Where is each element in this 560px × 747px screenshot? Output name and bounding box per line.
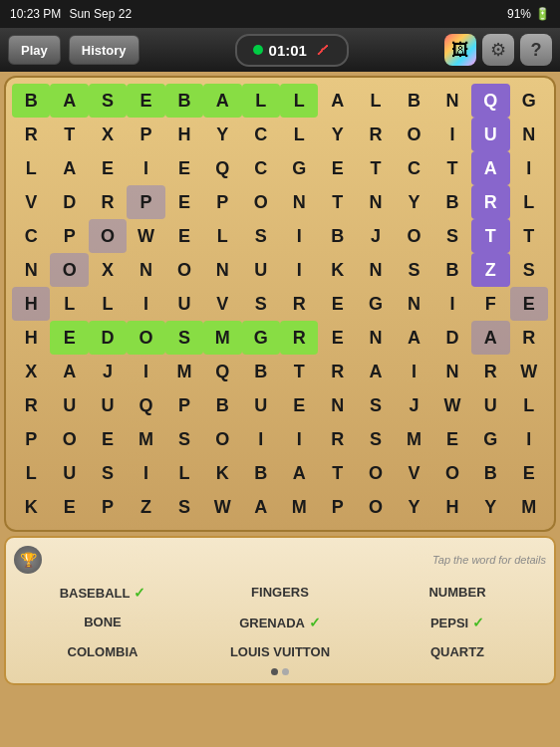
grid-cell[interactable]: N xyxy=(433,84,471,118)
grid-cell[interactable]: R xyxy=(318,355,356,388)
word-item[interactable]: NUMBER xyxy=(369,580,546,606)
grid-cell[interactable]: U xyxy=(471,118,509,151)
grid-cell[interactable]: D xyxy=(89,321,127,355)
grid-cell[interactable]: A xyxy=(50,355,88,388)
grid-cell[interactable]: B xyxy=(318,219,356,253)
word-item[interactable]: BONE xyxy=(14,610,191,635)
grid-cell[interactable]: W xyxy=(203,490,241,524)
grid-cell[interactable]: U xyxy=(165,287,203,321)
grid-cell[interactable]: I xyxy=(280,253,318,287)
grid-cell[interactable]: S xyxy=(357,422,395,456)
grid-cell[interactable]: N xyxy=(127,253,164,287)
grid-cell[interactable]: O xyxy=(357,490,395,524)
grid-cell[interactable]: Y xyxy=(471,490,509,524)
history-button[interactable]: History xyxy=(69,35,140,65)
word-item[interactable]: LOUIS VUITTON xyxy=(191,639,369,664)
grid-cell[interactable]: M xyxy=(127,422,164,456)
grid-cell[interactable]: H xyxy=(12,287,50,321)
grid-cell[interactable]: I xyxy=(127,287,164,321)
grid-cell[interactable]: K xyxy=(318,253,356,287)
grid-cell[interactable]: S xyxy=(433,219,471,253)
grid-cell[interactable]: U xyxy=(242,388,280,422)
grid-cell[interactable]: T xyxy=(318,456,356,490)
grid-cell[interactable]: X xyxy=(89,118,127,151)
grid-cell[interactable]: M xyxy=(280,490,318,524)
grid-cell[interactable]: E xyxy=(318,287,356,321)
grid-cell[interactable]: O xyxy=(165,253,203,287)
grid-cell[interactable]: W xyxy=(510,355,548,388)
grid-cell[interactable]: R xyxy=(280,321,318,355)
grid-cell[interactable]: Y xyxy=(395,185,432,219)
grid-cell[interactable]: Z xyxy=(127,490,164,524)
grid-cell[interactable]: M xyxy=(510,490,548,524)
grid-cell[interactable]: A xyxy=(471,321,509,355)
grid-cell[interactable]: O xyxy=(50,422,88,456)
grid-cell[interactable]: A xyxy=(280,456,318,490)
grid-cell[interactable]: R xyxy=(471,185,509,219)
grid-cell[interactable]: W xyxy=(127,219,164,253)
grid-cell[interactable]: E xyxy=(127,84,164,118)
grid-cell[interactable]: A xyxy=(242,490,280,524)
grid-cell[interactable]: Q xyxy=(203,151,241,185)
grid-cell[interactable]: L xyxy=(50,287,88,321)
grid-cell[interactable]: M xyxy=(165,355,203,388)
help-button[interactable]: ? xyxy=(520,34,552,66)
grid-cell[interactable]: N xyxy=(357,253,395,287)
grid-cell[interactable]: N xyxy=(12,253,50,287)
grid-cell[interactable]: D xyxy=(433,321,471,355)
grid-cell[interactable]: Z xyxy=(471,253,509,287)
grid-cell[interactable]: B xyxy=(242,355,280,388)
grid-cell[interactable]: T xyxy=(280,355,318,388)
grid-cell[interactable]: P xyxy=(203,185,241,219)
grid-cell[interactable]: A xyxy=(203,84,241,118)
grid-cell[interactable]: P xyxy=(50,219,88,253)
grid-cell[interactable]: P xyxy=(89,490,127,524)
grid-cell[interactable]: O xyxy=(242,185,280,219)
grid-cell[interactable]: B xyxy=(433,185,471,219)
grid-cell[interactable]: L xyxy=(12,151,50,185)
grid-cell[interactable]: R xyxy=(318,422,356,456)
word-item[interactable]: FINGERS xyxy=(191,580,369,606)
grid-cell[interactable]: G xyxy=(280,151,318,185)
grid-cell[interactable]: L xyxy=(280,118,318,151)
grid-cell[interactable]: O xyxy=(395,219,432,253)
grid-cell[interactable]: J xyxy=(395,388,432,422)
grid-cell[interactable]: N xyxy=(510,118,548,151)
word-item[interactable]: PEPSI xyxy=(369,610,546,635)
grid-cell[interactable]: U xyxy=(50,388,88,422)
grid-cell[interactable]: L xyxy=(357,84,395,118)
grid-cell[interactable]: S xyxy=(357,388,395,422)
grid-cell[interactable]: A xyxy=(357,355,395,388)
grid-cell[interactable]: L xyxy=(510,185,548,219)
grid-cell[interactable]: U xyxy=(89,388,127,422)
grid-cell[interactable]: A xyxy=(471,151,509,185)
grid-cell[interactable]: I xyxy=(433,118,471,151)
grid-cell[interactable]: E xyxy=(433,422,471,456)
grid-cell[interactable]: B xyxy=(433,253,471,287)
grid-cell[interactable]: C xyxy=(242,151,280,185)
grid-cell[interactable]: S xyxy=(165,321,203,355)
grid-cell[interactable]: L xyxy=(203,219,241,253)
grid-cell[interactable]: R xyxy=(357,118,395,151)
grid-cell[interactable]: C xyxy=(12,219,50,253)
grid-cell[interactable]: S xyxy=(89,84,127,118)
grid-cell[interactable]: A xyxy=(395,321,432,355)
grid-cell[interactable]: P xyxy=(165,388,203,422)
grid-cell[interactable]: X xyxy=(12,355,50,388)
grid-cell[interactable]: N xyxy=(395,287,432,321)
grid-cell[interactable]: R xyxy=(510,321,548,355)
grid-cell[interactable]: G xyxy=(242,321,280,355)
grid-cell[interactable]: S xyxy=(165,422,203,456)
grid-cell[interactable]: B xyxy=(395,84,432,118)
grid-cell[interactable]: E xyxy=(89,151,127,185)
grid-cell[interactable]: I xyxy=(127,355,164,388)
grid-cell[interactable]: M xyxy=(395,422,432,456)
grid-cell[interactable]: T xyxy=(318,185,356,219)
grid-cell[interactable]: B xyxy=(165,84,203,118)
grid-cell[interactable]: P xyxy=(127,185,164,219)
grid-cell[interactable]: P xyxy=(318,490,356,524)
grid-cell[interactable]: E xyxy=(165,185,203,219)
word-item[interactable]: COLOMBIA xyxy=(14,639,191,664)
grid-cell[interactable]: S xyxy=(395,253,432,287)
grid-cell[interactable]: K xyxy=(203,456,241,490)
